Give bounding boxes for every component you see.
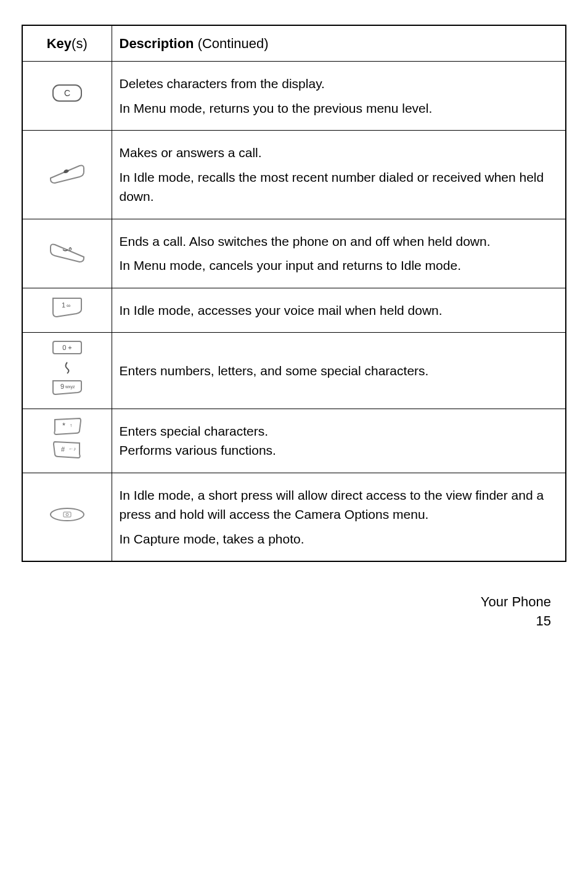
header-key-suffix: (s) [71, 36, 88, 51]
footer: Your Phone 15 [22, 593, 566, 631]
desc-text: In Menu mode, returns you to the previou… [120, 99, 558, 118]
svg-rect-15 [63, 512, 71, 517]
svg-point-14 [51, 508, 84, 521]
svg-text:*: * [62, 421, 65, 430]
table-row: C Deletes characters from the display. I… [22, 62, 566, 131]
camera-key-icon [49, 507, 86, 523]
hash-key-icon: # ←♪ [52, 441, 82, 459]
wavy-line-icon [61, 361, 73, 375]
svg-text:↑: ↑ [70, 423, 72, 428]
key-cell-special: * ↑ # ←♪ [22, 409, 112, 473]
svg-point-16 [66, 513, 68, 516]
header-key-cell: Key(s) [22, 25, 112, 62]
header-key-bold: Key [47, 36, 71, 51]
desc-cell: Enters numbers, letters, and some specia… [112, 333, 566, 409]
table-row: Makes or answers a call. In Idle mode, r… [22, 131, 566, 219]
desc-cell: Deletes characters from the display. In … [112, 62, 566, 131]
header-desc-bold: Description [120, 36, 194, 51]
end-key-icon [46, 238, 89, 263]
table-row: 1 ∞ In Idle mode, accesses your voice ma… [22, 288, 566, 333]
desc-text: In Idle mode, accesses your voice mail w… [120, 301, 558, 320]
table-row: Ends a call. Also switches the phone on … [22, 219, 566, 288]
table-row: * ↑ # ←♪ Enters special characters. Perf… [22, 409, 566, 473]
desc-text: Enters numbers, letters, and some specia… [120, 361, 558, 381]
table-row: 0 + 9 wxyz Enters numbers, letters, and … [22, 333, 566, 409]
svg-text:9: 9 [60, 383, 64, 390]
footer-page-number: 15 [22, 612, 551, 631]
header-desc-cell: Description (Continued) [112, 25, 566, 62]
key-cell-camera [22, 473, 112, 561]
key-description-table: Key(s) Description (Continued) C Deletes… [22, 25, 566, 562]
star-key-icon: * ↑ [52, 417, 82, 436]
desc-cell: Enters special characters. Performs vari… [112, 409, 566, 473]
key-cell-call [22, 131, 112, 219]
c-key-icon: C [52, 84, 83, 102]
zero-key-icon: 0 + [52, 340, 83, 355]
desc-text: In Menu mode, cancels your input and ret… [120, 256, 558, 275]
svg-text:#: # [61, 446, 65, 453]
desc-cell: Makes or answers a call. In Idle mode, r… [112, 131, 566, 219]
table-header-row: Key(s) Description (Continued) [22, 25, 566, 62]
svg-text:C: C [64, 88, 70, 98]
one-key-icon: 1 ∞ [52, 297, 83, 319]
desc-text: Deletes characters from the display. [120, 74, 558, 94]
key-cell-c: C [22, 62, 112, 131]
key-cell-numbers: 0 + 9 wxyz [22, 333, 112, 409]
desc-cell: In Idle mode, accesses your voice mail w… [112, 288, 566, 333]
desc-text: In Capture mode, takes a photo. [120, 529, 558, 549]
footer-section: Your Phone [22, 593, 551, 612]
desc-text: Enters special characters. [120, 421, 558, 441]
desc-cell: In Idle mode, a short press will allow d… [112, 473, 566, 561]
desc-text: In Idle mode, recalls the most recent nu… [120, 168, 558, 206]
desc-text: In Idle mode, a short press will allow d… [120, 486, 558, 524]
header-desc-suffix: (Continued) [194, 36, 269, 51]
svg-text:wxyz: wxyz [65, 385, 75, 389]
desc-text: Performs various functions. [120, 441, 558, 460]
desc-text: Makes or answers a call. [120, 143, 558, 163]
svg-text:0 +: 0 + [62, 344, 72, 351]
key-cell-one: 1 ∞ [22, 288, 112, 333]
desc-text: Ends a call. Also switches the phone on … [120, 232, 558, 251]
svg-text:1: 1 [62, 301, 65, 309]
call-key-icon [46, 160, 89, 184]
svg-text:∞: ∞ [67, 303, 70, 309]
table-row: In Idle mode, a short press will allow d… [22, 473, 566, 561]
svg-text:←♪: ←♪ [68, 446, 76, 452]
nine-key-icon: 9 wxyz [52, 380, 83, 396]
key-cell-end [22, 219, 112, 288]
desc-cell: Ends a call. Also switches the phone on … [112, 219, 566, 288]
